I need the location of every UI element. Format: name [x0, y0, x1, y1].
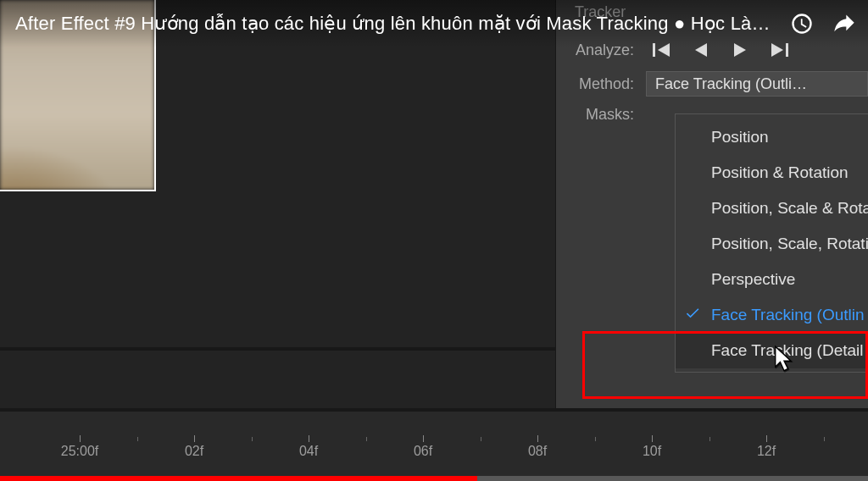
check-icon [684, 305, 701, 326]
method-option[interactable]: Perspective [676, 262, 868, 297]
timeline-tick-label: 06f [414, 444, 432, 459]
timeline-minor-tick [366, 437, 367, 441]
timeline-minor-tick [137, 437, 138, 441]
video-title[interactable]: After Effect #9 Hướng dẫn tạo các hiệu ứ… [15, 13, 776, 35]
method-option[interactable]: Face Tracking (Outlin [676, 297, 868, 333]
timeline-tick-label: 12f [757, 444, 776, 459]
method-select-value: Face Tracking (Outli… [655, 75, 807, 93]
timeline-tick [652, 435, 653, 442]
method-option-label: Position, Scale, Rotati [711, 235, 868, 253]
mouse-cursor-icon [773, 346, 795, 373]
method-option-label: Position [711, 128, 769, 147]
timeline-tick [423, 435, 424, 442]
method-option-label: Face Tracking (Outlin [711, 306, 865, 324]
method-option-label: Perspective [711, 270, 795, 289]
timeline-panel[interactable]: 25:00f02f04f06f08f10f12f14f [0, 412, 868, 481]
masks-label: Masks: [556, 106, 641, 124]
timeline-tick [80, 435, 81, 442]
timeline-tick [766, 435, 767, 442]
method-option[interactable]: Position, Scale, Rotati [676, 226, 868, 262]
method-select[interactable]: Face Tracking (Outli… [646, 71, 868, 97]
youtube-progress-fill [0, 476, 477, 481]
timeline-minor-tick [824, 437, 825, 441]
timeline-tick [309, 435, 309, 442]
method-label: Method: [556, 75, 641, 93]
timeline-tick [194, 435, 195, 442]
timeline-tick-label: 10f [643, 444, 661, 459]
method-option[interactable]: Position & Rotation [676, 155, 868, 191]
timeline-tick-label: 04f [299, 444, 318, 459]
method-option[interactable]: Position [676, 119, 868, 155]
method-option-label: Position, Scale & Rota [711, 199, 868, 218]
timeline-minor-tick [595, 437, 596, 441]
timeline-minor-tick [252, 437, 253, 441]
watch-later-icon[interactable] [790, 12, 814, 36]
method-option-label: Position & Rotation [711, 163, 849, 182]
timeline-tick-label: 02f [185, 444, 203, 459]
timeline-ruler[interactable]: 25:00f02f04f06f08f10f12f14f [0, 428, 868, 466]
method-option[interactable]: Position, Scale & Rota [676, 191, 868, 226]
timeline-minor-tick [709, 437, 710, 441]
timeline-tick-label: 25:00f [61, 444, 98, 459]
timeline-minor-tick [481, 437, 481, 441]
youtube-progress-bar[interactable] [0, 476, 868, 481]
annotation-highlight-box [582, 331, 868, 399]
share-icon[interactable] [832, 12, 856, 36]
composition-preview-area [0, 0, 542, 347]
svg-marker-6 [776, 346, 791, 371]
youtube-title-overlay: After Effect #9 Hướng dẫn tạo các hiệu ứ… [0, 0, 868, 47]
timeline-tick [537, 435, 538, 442]
timeline-tick-label: 08f [528, 444, 547, 459]
